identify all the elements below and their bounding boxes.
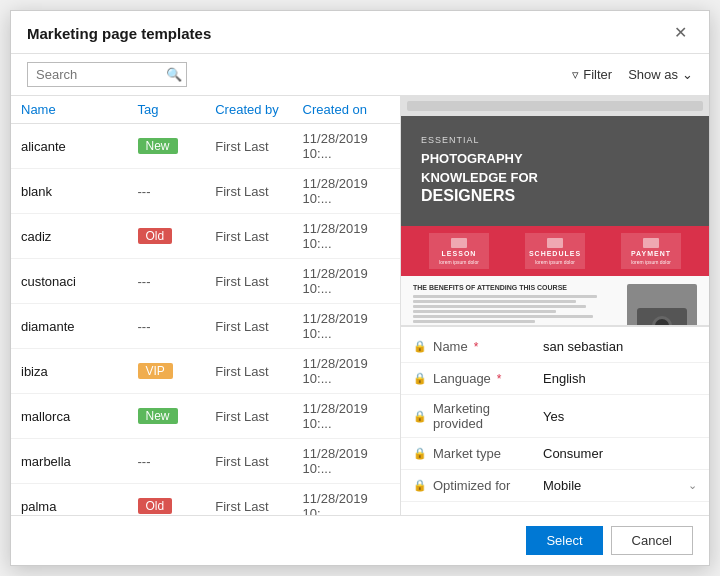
lock-icon: 🔒 bbox=[413, 340, 427, 353]
lock-icon: 🔒 bbox=[413, 479, 427, 492]
list-item[interactable]: ibiza VIP First Last 11/28/2019 10:... bbox=[11, 349, 400, 394]
list-item[interactable]: marbella --- First Last 11/28/2019 10:..… bbox=[11, 439, 400, 484]
cell-name: custonaci bbox=[21, 274, 138, 289]
lock-icon: 🔒 bbox=[413, 372, 427, 385]
cell-created-by: First Last bbox=[215, 499, 302, 514]
list-body[interactable]: alicante New First Last 11/28/2019 10:..… bbox=[11, 124, 400, 515]
cancel-button[interactable]: Cancel bbox=[611, 526, 693, 555]
search-input[interactable] bbox=[36, 67, 166, 82]
chevron-down-icon: ⌄ bbox=[682, 67, 693, 82]
dialog-header: Marketing page templates ✕ bbox=[11, 11, 709, 54]
cell-name: cadiz bbox=[21, 229, 138, 244]
select-button[interactable]: Select bbox=[526, 526, 602, 555]
required-indicator: * bbox=[497, 372, 502, 386]
show-as-label: Show as bbox=[628, 67, 678, 82]
detail-row: 🔒 Name * san sebastian bbox=[401, 331, 709, 363]
camera-lens bbox=[652, 316, 672, 325]
cell-tag: Old bbox=[138, 498, 216, 514]
column-name[interactable]: Name bbox=[21, 102, 138, 117]
dialog-body: Name Tag Created by Created on alicante … bbox=[11, 96, 709, 515]
detail-row: 🔒 Marketing provided Yes bbox=[401, 395, 709, 438]
lesson-icon-placeholder bbox=[451, 238, 467, 248]
list-item[interactable]: mallorca New First Last 11/28/2019 10:..… bbox=[11, 394, 400, 439]
tag-badge: Old bbox=[138, 228, 173, 244]
detail-field-label: Market type bbox=[433, 446, 501, 461]
detail-value-wrap[interactable]: Mobile ⌄ bbox=[543, 478, 697, 493]
hero-eyebrow: ESSENTIAL bbox=[421, 135, 689, 145]
preview-url-bar bbox=[407, 101, 703, 111]
cell-created-on: 11/28/2019 10:... bbox=[303, 311, 390, 341]
tag-dash: --- bbox=[138, 184, 151, 199]
dialog-title: Marketing page templates bbox=[27, 25, 211, 42]
box1-text: lorem ipsum dolor bbox=[437, 259, 481, 265]
cell-name: palma bbox=[21, 499, 138, 514]
detail-field-label: Marketing provided bbox=[433, 401, 543, 431]
marketing-templates-dialog: Marketing page templates ✕ 🔍 ▿ Filter Sh… bbox=[10, 10, 710, 566]
column-created-by[interactable]: Created by bbox=[215, 102, 302, 117]
page-preview-content: ESSENTIAL PHOTOGRAPHY KNOWLEDGE FOR DESI… bbox=[401, 96, 709, 325]
detail-row: 🔒 Optimized for Mobile ⌄ bbox=[401, 470, 709, 502]
tag-dash: --- bbox=[138, 454, 151, 469]
list-item[interactable]: blank --- First Last 11/28/2019 10:... bbox=[11, 169, 400, 214]
hero-line3: DESIGNERS bbox=[421, 187, 515, 204]
preview-lower: THE BENEFITS OF ATTENDING THIS COURSE bbox=[401, 276, 709, 325]
lower-title: THE BENEFITS OF ATTENDING THIS COURSE bbox=[413, 284, 617, 291]
dropdown-arrow-icon: ⌄ bbox=[688, 479, 697, 492]
detail-row: 🔒 Market type Consumer bbox=[401, 438, 709, 470]
list-item[interactable]: custonaci --- First Last 11/28/2019 10:.… bbox=[11, 259, 400, 304]
detail-field-value: Yes bbox=[543, 409, 697, 424]
payment-icon-placeholder bbox=[643, 238, 659, 248]
detail-label: 🔒 Language * bbox=[413, 371, 543, 386]
detail-label: 🔒 Optimized for bbox=[413, 478, 543, 493]
close-button[interactable]: ✕ bbox=[668, 23, 693, 43]
dialog-toolbar: 🔍 ▿ Filter Show as ⌄ bbox=[11, 54, 709, 96]
box3-text: lorem ipsum dolor bbox=[629, 259, 673, 265]
list-item[interactable]: diamante --- First Last 11/28/2019 10:..… bbox=[11, 304, 400, 349]
list-item[interactable]: alicante New First Last 11/28/2019 10:..… bbox=[11, 124, 400, 169]
lock-icon: 🔒 bbox=[413, 447, 427, 460]
box1-label: LESSON bbox=[442, 250, 477, 257]
preview-top-bar bbox=[401, 96, 709, 116]
cell-tag: --- bbox=[138, 454, 216, 469]
preview-panel: ESSENTIAL PHOTOGRAPHY KNOWLEDGE FOR DESI… bbox=[401, 96, 709, 515]
required-indicator: * bbox=[474, 340, 479, 354]
camera-body bbox=[637, 308, 687, 325]
cell-created-on: 11/28/2019 10:... bbox=[303, 221, 390, 251]
list-item[interactable]: palma Old First Last 11/28/2019 10:... bbox=[11, 484, 400, 515]
preview-box-payment: PAYMENT lorem ipsum dolor bbox=[621, 233, 681, 269]
filter-button[interactable]: ▿ Filter bbox=[572, 67, 612, 82]
cell-tag: --- bbox=[138, 274, 216, 289]
tag-badge: Old bbox=[138, 498, 173, 514]
detail-label: 🔒 Marketing provided bbox=[413, 401, 543, 431]
lower-text: THE BENEFITS OF ATTENDING THIS COURSE bbox=[413, 284, 617, 325]
detail-label: 🔒 Name * bbox=[413, 339, 543, 354]
detail-field-label: Name bbox=[433, 339, 468, 354]
filter-label: Filter bbox=[583, 67, 612, 82]
detail-value-wrap: English bbox=[543, 371, 697, 386]
text-line-3 bbox=[413, 305, 586, 308]
text-line-2 bbox=[413, 300, 576, 303]
text-line-4 bbox=[413, 310, 556, 313]
list-item[interactable]: cadiz Old First Last 11/28/2019 10:... bbox=[11, 214, 400, 259]
lower-camera-image: ⚲ bbox=[627, 284, 697, 325]
cell-created-on: 11/28/2019 10:... bbox=[303, 446, 390, 476]
detail-label: 🔒 Market type bbox=[413, 446, 543, 461]
schedules-icon-placeholder bbox=[547, 238, 563, 248]
details-panel: 🔒 Name * san sebastian 🔒 Language * Engl… bbox=[401, 326, 709, 506]
cell-created-by: First Last bbox=[215, 319, 302, 334]
detail-field-label: Optimized for bbox=[433, 478, 510, 493]
show-as-button[interactable]: Show as ⌄ bbox=[628, 67, 693, 82]
filter-icon: ▿ bbox=[572, 67, 579, 82]
preview-hero: ESSENTIAL PHOTOGRAPHY KNOWLEDGE FOR DESI… bbox=[401, 116, 709, 226]
cell-tag: VIP bbox=[138, 363, 216, 379]
cell-created-on: 11/28/2019 10:... bbox=[303, 266, 390, 296]
column-tag[interactable]: Tag bbox=[138, 102, 216, 117]
cell-created-on: 11/28/2019 10:... bbox=[303, 491, 390, 515]
detail-field-label: Language bbox=[433, 371, 491, 386]
dialog-footer: Select Cancel bbox=[11, 515, 709, 565]
cell-created-by: First Last bbox=[215, 409, 302, 424]
column-created-on[interactable]: Created on bbox=[303, 102, 390, 117]
box2-text: lorem ipsum dolor bbox=[533, 259, 577, 265]
preview-red-strip: LESSON lorem ipsum dolor SCHEDULES lorem… bbox=[401, 226, 709, 276]
toolbar-right: ▿ Filter Show as ⌄ bbox=[572, 67, 693, 82]
